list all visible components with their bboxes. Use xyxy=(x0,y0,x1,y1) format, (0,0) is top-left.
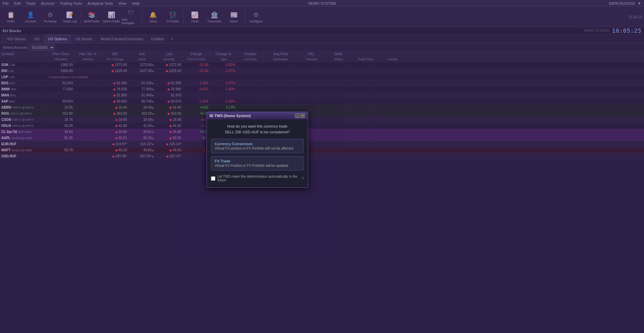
auto-determine-checkbox[interactable] xyxy=(211,176,215,181)
option1-title: Currency Conversion xyxy=(215,142,300,146)
currency-trade-dialog: IB TWS (Demo System) _ ✕ How do you want… xyxy=(207,112,308,188)
dialog-controls: _ ✕ xyxy=(295,113,305,118)
option2-desc: Virtual FX Position in FX Portfolio will… xyxy=(215,164,300,168)
dialog-title-bar: IB TWS (Demo System) _ ✕ xyxy=(207,112,308,119)
dialog-question: How do you want this currency trade SELL… xyxy=(211,124,304,135)
auto-determine-row: Let TWS make this determination automati… xyxy=(211,173,304,183)
dialog-overlay: IB TWS (Demo System) _ ✕ How do you want… xyxy=(0,0,644,333)
help-icon[interactable]: ? xyxy=(302,176,304,180)
dialog-minimize[interactable]: _ xyxy=(295,113,300,118)
fx-trade-option[interactable]: FX Trade Virtual FX Position in FX Portf… xyxy=(211,156,304,171)
option1-desc: Virtual FX position in FX Portfolio will… xyxy=(215,147,300,150)
dialog-close[interactable]: ✕ xyxy=(300,113,305,118)
dialog-title-text: IB TWS (Demo System) xyxy=(210,114,251,118)
auto-determine-label: Let TWS make this determination automati… xyxy=(217,175,298,182)
currency-conversion-option[interactable]: Currency Conversion Virtual FX position … xyxy=(211,139,304,153)
option2-title: FX Trade xyxy=(215,159,300,163)
dialog-body: How do you want this currency trade SELL… xyxy=(207,119,308,187)
